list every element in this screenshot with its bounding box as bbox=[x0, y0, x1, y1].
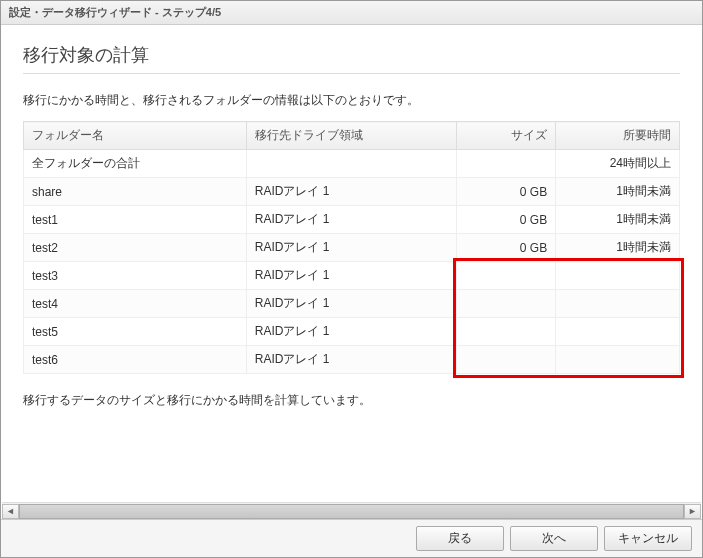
cell-size bbox=[457, 262, 556, 290]
cell-size: 0 GB bbox=[457, 206, 556, 234]
cell-time bbox=[556, 318, 680, 346]
content-area: 移行対象の計算 移行にかかる時間と、移行されるフォルダーの情報は以下のとおりです… bbox=[1, 25, 702, 519]
cell-time bbox=[556, 262, 680, 290]
cell-drive: RAIDアレイ 1 bbox=[246, 290, 456, 318]
cell-size bbox=[457, 346, 556, 374]
col-header-size[interactable]: サイズ bbox=[457, 122, 556, 150]
horizontal-scrollbar[interactable]: ◄ ► bbox=[2, 502, 701, 519]
col-header-drive[interactable]: 移行先ドライブ領域 bbox=[246, 122, 456, 150]
cell-drive: RAIDアレイ 1 bbox=[246, 346, 456, 374]
cell-size bbox=[457, 318, 556, 346]
cell-folder: test1 bbox=[24, 206, 247, 234]
scroll-left-icon[interactable]: ◄ bbox=[2, 504, 19, 519]
table-row[interactable]: test6RAIDアレイ 1 bbox=[24, 346, 680, 374]
folder-table: フォルダー名 移行先ドライブ領域 サイズ 所要時間 全フォルダーの合計24時間以… bbox=[23, 121, 680, 374]
table-row[interactable]: test3RAIDアレイ 1 bbox=[24, 262, 680, 290]
scrollbar-track[interactable] bbox=[19, 504, 684, 519]
cell-size bbox=[457, 290, 556, 318]
table-row[interactable]: test5RAIDアレイ 1 bbox=[24, 318, 680, 346]
cell-folder: test6 bbox=[24, 346, 247, 374]
cell-time: 24時間以上 bbox=[556, 150, 680, 178]
cell-drive bbox=[246, 150, 456, 178]
page-heading: 移行対象の計算 bbox=[23, 43, 680, 67]
col-header-time[interactable]: 所要時間 bbox=[556, 122, 680, 150]
table-row[interactable]: test1RAIDアレイ 10 GB1時間未満 bbox=[24, 206, 680, 234]
cell-time bbox=[556, 346, 680, 374]
back-button[interactable]: 戻る bbox=[416, 526, 504, 551]
cell-folder: share bbox=[24, 178, 247, 206]
cell-folder: 全フォルダーの合計 bbox=[24, 150, 247, 178]
scrollbar-thumb[interactable] bbox=[19, 504, 684, 519]
col-header-folder[interactable]: フォルダー名 bbox=[24, 122, 247, 150]
window-titlebar: 設定・データ移行ウィザード - ステップ4/5 bbox=[1, 1, 702, 25]
cell-time bbox=[556, 290, 680, 318]
cell-size bbox=[457, 150, 556, 178]
cell-drive: RAIDアレイ 1 bbox=[246, 262, 456, 290]
next-button[interactable]: 次へ bbox=[510, 526, 598, 551]
scroll-right-icon[interactable]: ► bbox=[684, 504, 701, 519]
cell-drive: RAIDアレイ 1 bbox=[246, 206, 456, 234]
folder-table-wrap: フォルダー名 移行先ドライブ領域 サイズ 所要時間 全フォルダーの合計24時間以… bbox=[23, 121, 680, 374]
cell-folder: test4 bbox=[24, 290, 247, 318]
cell-size: 0 GB bbox=[457, 178, 556, 206]
cell-size: 0 GB bbox=[457, 234, 556, 262]
table-header-row: フォルダー名 移行先ドライブ領域 サイズ 所要時間 bbox=[24, 122, 680, 150]
page-description: 移行にかかる時間と、移行されるフォルダーの情報は以下のとおりです。 bbox=[23, 92, 680, 109]
heading-divider bbox=[23, 73, 680, 74]
cell-time: 1時間未満 bbox=[556, 234, 680, 262]
table-row[interactable]: test4RAIDアレイ 1 bbox=[24, 290, 680, 318]
wizard-footer: 戻る 次へ キャンセル bbox=[1, 519, 702, 557]
table-row[interactable]: 全フォルダーの合計24時間以上 bbox=[24, 150, 680, 178]
cell-drive: RAIDアレイ 1 bbox=[246, 234, 456, 262]
table-row[interactable]: test2RAIDアレイ 10 GB1時間未満 bbox=[24, 234, 680, 262]
window-title: 設定・データ移行ウィザード - ステップ4/5 bbox=[9, 6, 221, 18]
cell-time: 1時間未満 bbox=[556, 178, 680, 206]
status-text: 移行するデータのサイズと移行にかかる時間を計算しています。 bbox=[23, 392, 680, 409]
table-row[interactable]: shareRAIDアレイ 10 GB1時間未満 bbox=[24, 178, 680, 206]
cell-folder: test3 bbox=[24, 262, 247, 290]
cell-drive: RAIDアレイ 1 bbox=[246, 318, 456, 346]
cancel-button[interactable]: キャンセル bbox=[604, 526, 692, 551]
cell-drive: RAIDアレイ 1 bbox=[246, 178, 456, 206]
cell-folder: test5 bbox=[24, 318, 247, 346]
cell-time: 1時間未満 bbox=[556, 206, 680, 234]
wizard-window: 設定・データ移行ウィザード - ステップ4/5 移行対象の計算 移行にかかる時間… bbox=[0, 0, 703, 558]
cell-folder: test2 bbox=[24, 234, 247, 262]
